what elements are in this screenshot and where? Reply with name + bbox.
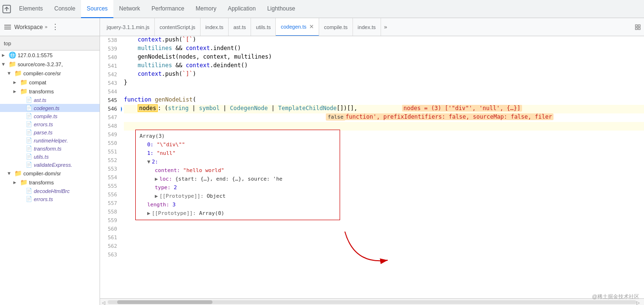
sidebar-top-bar: top bbox=[0, 36, 100, 51]
ip-globe-icon: 🌐 bbox=[9, 51, 16, 59]
codegen-file-icon: 📄 bbox=[26, 105, 32, 111]
workspace-menu-icon[interactable]: ⋮ bbox=[51, 22, 59, 31]
utils-label: utils.ts bbox=[34, 154, 49, 160]
tab-application[interactable]: Application bbox=[222, 0, 262, 18]
tab-performance[interactable]: Performance bbox=[146, 0, 190, 18]
ln-562: 562 bbox=[100, 242, 121, 251]
scroll-left-icon[interactable]: ◁ bbox=[102, 299, 108, 305]
top-tab-bar: Elements Console Sources Network Perform… bbox=[0, 0, 644, 18]
sidebar-item-validate[interactable]: 📄 validateExpress. bbox=[0, 161, 100, 169]
sidebar-item-transforms2[interactable]: ▶ 📁 transforms bbox=[0, 178, 100, 187]
sidebar-toggle-icon[interactable] bbox=[4, 23, 11, 31]
compile-file-icon: 📄 bbox=[26, 113, 32, 119]
compat-folder-icon: 📁 bbox=[20, 79, 28, 86]
parse-label: parse.ts bbox=[34, 130, 52, 135]
sidebar-item-decodehtmlbrc[interactable]: 📄 decodeHtmlBrc bbox=[0, 187, 100, 195]
code-line-540: genNodeList(nodes, context, multilines) bbox=[124, 53, 644, 62]
compiler-core-label: compiler-core/sr bbox=[23, 71, 61, 76]
transform-file-icon: 📄 bbox=[26, 145, 32, 152]
file-tab-jquery[interactable]: jquery-3.1.1.min.js bbox=[102, 18, 155, 36]
tab-sources[interactable]: Sources bbox=[81, 0, 113, 18]
sidebar-item-parse[interactable]: 📄 parse.ts bbox=[0, 128, 100, 136]
tooltip-item-0: 0: "\"div\"" bbox=[140, 141, 336, 149]
transforms2-label: transforms bbox=[29, 180, 54, 185]
compiler-core-arrow-icon: ▼ bbox=[8, 71, 13, 76]
loc-expand-icon[interactable]: ▶ bbox=[155, 176, 158, 182]
file-tab-index2[interactable]: index.ts bbox=[353, 18, 381, 36]
tab-memory[interactable]: Memory bbox=[190, 0, 222, 18]
transforms1-arrow-icon: ▶ bbox=[13, 89, 19, 94]
sidebar-panel: top ▶ 🌐 127.0.0.1:5575 ▼ 📁 source/core-3… bbox=[0, 36, 100, 305]
sidebar-item-compat[interactable]: ▶ 📁 compat bbox=[0, 78, 100, 87]
ln-554: 554 bbox=[100, 173, 121, 182]
sidebar-item-compiler-dom[interactable]: ▼ 📁 compiler-dom/sr bbox=[0, 169, 100, 178]
debug-info-false: false bbox=[326, 113, 345, 121]
code-line-546: nodes: (string | symbol | CodegenNode | … bbox=[124, 105, 644, 113]
file-tab-ast[interactable]: ast.ts bbox=[229, 18, 251, 36]
ln-541: 541 bbox=[100, 62, 121, 71]
sidebar-item-codegen[interactable]: 📄 codegen.ts bbox=[0, 104, 100, 112]
code-line-543: } bbox=[124, 79, 644, 88]
tab-elements[interactable]: Elements bbox=[13, 0, 49, 18]
sidebar-item-errors2[interactable]: 📄 errors.ts bbox=[0, 195, 100, 203]
file-tab-codegen[interactable]: codegen.ts ✕ bbox=[276, 18, 319, 36]
transforms2-arrow-icon: ▶ bbox=[13, 180, 19, 185]
file-tab-index1[interactable]: index.ts bbox=[201, 18, 229, 36]
editor-area: 538 539 540 541 542 543 544 545 546 547 … bbox=[100, 36, 644, 305]
tooltip-item-1: 1: "null" bbox=[140, 149, 336, 158]
line-numbers-column: 538 539 540 541 542 543 544 545 546 547 … bbox=[100, 36, 121, 298]
ln-539: 539 bbox=[100, 45, 121, 53]
transforms1-folder-icon: 📁 bbox=[20, 88, 28, 95]
sidebar-item-compiler-core[interactable]: ▼ 📁 compiler-core/sr bbox=[0, 69, 100, 78]
compiler-dom-folder-icon: 📁 bbox=[14, 170, 22, 177]
sidebar-item-errors1[interactable]: 📄 errors.ts bbox=[0, 120, 100, 128]
scrollbar-thumb[interactable] bbox=[117, 300, 212, 304]
sidebar-item-source-core[interactable]: ▼ 📁 source/core-3.2.37, bbox=[0, 60, 100, 69]
sidebar-item-runtimehelper[interactable]: 📄 runtimeHelper. bbox=[0, 136, 100, 144]
devtools-logo-icon bbox=[2, 4, 11, 14]
sidebar-item-transforms1[interactable]: ▶ 📁 transforms bbox=[0, 87, 100, 96]
source-core-arrow-icon: ▼ bbox=[2, 61, 8, 67]
compile-label: compile.ts bbox=[34, 113, 58, 119]
file-tab-utils[interactable]: utils.ts bbox=[251, 18, 276, 36]
code-line-542: context.push(`]`) bbox=[124, 71, 644, 79]
transforms2-folder-icon: 📁 bbox=[20, 179, 28, 186]
sidebar-item-ip[interactable]: ▶ 🌐 127.0.0.1:5575 bbox=[0, 51, 100, 60]
tab-console[interactable]: Console bbox=[49, 0, 81, 18]
code-line-538: context.push(`[`) bbox=[124, 36, 644, 45]
code-area-wrapper[interactable]: 538 539 540 541 542 543 544 545 546 547 … bbox=[100, 36, 644, 298]
sidebar-item-ast[interactable]: 📄 ast.ts bbox=[0, 96, 100, 104]
errors2-file-icon: 📄 bbox=[26, 196, 32, 202]
ln-546: 546 bbox=[100, 105, 121, 113]
scrollbar-track[interactable] bbox=[108, 300, 636, 304]
ln-543: 543 bbox=[100, 79, 121, 88]
file-tab-contentscript[interactable]: contentScript.js bbox=[155, 18, 201, 36]
tabs-overflow-button[interactable]: » bbox=[381, 24, 390, 30]
file-tab-compile[interactable]: compile.ts bbox=[319, 18, 353, 36]
tab-network[interactable]: Network bbox=[113, 0, 146, 18]
close-tab-codegen-icon[interactable]: ✕ bbox=[309, 23, 314, 30]
proto1-expand-icon[interactable]: ▶ bbox=[155, 193, 158, 199]
svg-rect-4 bbox=[635, 25, 637, 27]
svg-rect-1 bbox=[4, 25, 11, 26]
sidebar-top-label: top bbox=[4, 41, 11, 46]
tab-lighthouse[interactable]: Lighthouse bbox=[262, 0, 301, 18]
hover-tooltip: Array(3) 0: "\"div\"" 1: "null" ▼2: cont… bbox=[135, 130, 340, 220]
decodehtmlbrc-label: decodeHtmlBrc bbox=[34, 188, 70, 194]
tooltip-item-2-header[interactable]: ▼2: bbox=[140, 158, 336, 166]
ln-542: 542 bbox=[100, 71, 121, 79]
horizontal-scrollbar[interactable]: ◁ ▷ bbox=[100, 298, 644, 305]
errors1-file-icon: 📄 bbox=[26, 121, 32, 127]
sidebar-item-utils[interactable]: 📄 utils.ts bbox=[0, 152, 100, 161]
sidebar-item-transform[interactable]: 📄 transform.ts bbox=[0, 144, 100, 152]
source-core-folder-icon: 📁 bbox=[9, 61, 16, 68]
sidebar-item-compile[interactable]: 📄 compile.ts bbox=[0, 112, 100, 120]
code-line-547: function', prefixIdentifiers: false, sou… bbox=[124, 113, 644, 122]
parse-file-icon: 📄 bbox=[26, 129, 32, 135]
new-tab-icon[interactable] bbox=[632, 24, 644, 30]
errors2-label: errors.ts bbox=[34, 196, 53, 202]
workspace-chevron-icon: » bbox=[45, 24, 48, 30]
ln-551: 551 bbox=[100, 148, 121, 156]
compiler-dom-arrow-icon: ▼ bbox=[8, 171, 13, 176]
tooltip-proto[interactable]: ▶[[Prototype]]: Array(0) bbox=[140, 209, 336, 218]
